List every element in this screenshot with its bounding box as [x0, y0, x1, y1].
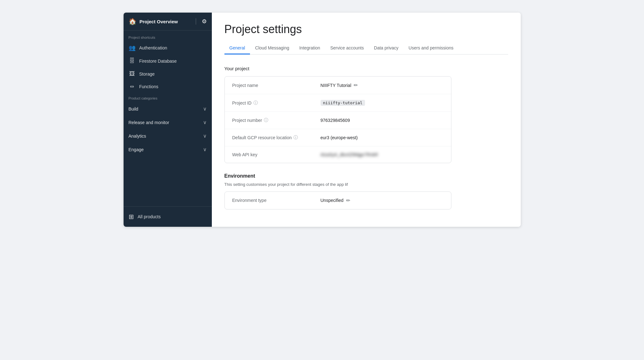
tab-cloud-messaging[interactable]: Cloud Messaging — [250, 42, 294, 54]
web-api-key-value: AIzaSyA_dkxrtZ9Mgpr7RnkR — [321, 152, 378, 157]
functions-icon: ⇔ — [129, 83, 136, 89]
gcp-location-info-icon[interactable]: ⓘ — [293, 135, 298, 140]
project-info-card: Project name NIIIFTY Tutorial ✏ Project … — [224, 76, 451, 163]
analytics-label: Analytics — [129, 134, 146, 139]
authentication-icon: 👥 — [129, 44, 136, 51]
environment-desc: This setting customises your project for… — [224, 181, 451, 188]
env-type-value: Unspecified ✏ — [321, 197, 350, 203]
env-type-edit-icon[interactable]: ✏ — [346, 197, 350, 203]
project-id-row: Project ID ⓘ niiifty-tutorial — [225, 94, 451, 112]
project-id-info-icon[interactable]: ⓘ — [253, 100, 258, 106]
sidebar-item-authentication[interactable]: 👥 Authentication — [124, 41, 212, 54]
app-container: 🏠 Project Overview ⚙ Project shortcuts 👥… — [124, 13, 521, 227]
engage-label: Engage — [129, 147, 144, 152]
release-monitor-label: Release and monitor — [129, 120, 169, 125]
environment-title: Environment — [224, 173, 451, 179]
tabs-bar: General Cloud Messaging Integration Serv… — [224, 42, 508, 54]
project-name-row: Project name NIIIFTY Tutorial ✏ — [225, 77, 451, 94]
project-id-label: Project ID ⓘ — [232, 100, 321, 106]
page-title: Project settings — [224, 23, 508, 36]
all-products-label: All products — [138, 214, 161, 219]
build-label: Build — [129, 106, 138, 111]
authentication-label: Authentication — [139, 45, 167, 50]
gcp-location-row: Default GCP resource location ⓘ eur3 (eu… — [225, 129, 451, 146]
tab-service-accounts[interactable]: Service accounts — [325, 42, 369, 54]
sidebar-item-functions[interactable]: ⇔ Functions — [124, 80, 212, 93]
project-name-label: Project name — [232, 83, 321, 88]
release-monitor-chevron-icon: ∨ — [203, 119, 207, 125]
project-number-value: 976329845609 — [321, 118, 350, 123]
analytics-chevron-icon: ∨ — [203, 133, 207, 139]
env-type-row: Environment type Unspecified ✏ — [225, 192, 451, 209]
web-api-key-label: Web API key — [232, 152, 321, 157]
sidebar-item-release-monitor[interactable]: Release and monitor ∨ — [124, 116, 212, 129]
sidebar-item-analytics[interactable]: Analytics ∨ — [124, 129, 212, 143]
functions-label: Functions — [139, 84, 159, 89]
grid-icon: ⊞ — [129, 213, 134, 220]
project-shortcuts-label: Project shortcuts — [124, 31, 212, 41]
gear-icon[interactable]: ⚙ — [202, 18, 207, 25]
tab-general[interactable]: General — [224, 42, 250, 54]
tab-data-privacy[interactable]: Data privacy — [369, 42, 403, 54]
product-categories-label: Product categories — [124, 93, 212, 102]
sidebar-item-build[interactable]: Build ∨ — [124, 102, 212, 116]
project-number-label: Project number ⓘ — [232, 117, 321, 123]
home-icon[interactable]: 🏠 — [129, 18, 136, 25]
project-title[interactable]: Project Overview — [140, 19, 190, 24]
web-api-key-row: Web API key AIzaSyA_dkxrtZ9Mgpr7RnkR — [225, 146, 451, 163]
tab-integration[interactable]: Integration — [294, 42, 325, 54]
environment-card: Environment type Unspecified ✏ — [224, 191, 451, 209]
storage-label: Storage — [139, 71, 155, 77]
project-id-value: niiifty-tutorial — [321, 100, 365, 106]
firestore-label: Firestore Database — [139, 59, 177, 64]
sidebar-item-engage[interactable]: Engage ∨ — [124, 143, 212, 156]
project-name-edit-icon[interactable]: ✏ — [354, 82, 358, 88]
project-number-info-icon[interactable]: ⓘ — [264, 117, 268, 123]
tab-users-permissions[interactable]: Users and permissions — [403, 42, 458, 54]
sidebar-bottom: ⊞ All products — [124, 206, 212, 227]
sidebar-header: 🏠 Project Overview ⚙ — [124, 13, 212, 31]
engage-chevron-icon: ∨ — [203, 146, 207, 152]
project-number-row: Project number ⓘ 976329845609 — [225, 112, 451, 129]
main-content: Project settings General Cloud Messaging… — [212, 13, 521, 227]
header-divider — [196, 18, 196, 25]
sidebar-item-storage[interactable]: 🖼 Storage — [124, 67, 212, 80]
page-body: Your project Project name NIIIFTY Tutori… — [212, 54, 521, 221]
gcp-location-label: Default GCP resource location ⓘ — [232, 135, 321, 140]
all-products-item[interactable]: ⊞ All products — [124, 210, 212, 224]
firestore-icon: 🗄 — [129, 58, 136, 64]
page-header: Project settings General Cloud Messaging… — [212, 13, 521, 54]
your-project-title: Your project — [224, 66, 508, 71]
sidebar: 🏠 Project Overview ⚙ Project shortcuts 👥… — [124, 13, 212, 227]
sidebar-item-firestore[interactable]: 🗄 Firestore Database — [124, 54, 212, 67]
project-name-value: NIIIFTY Tutorial — [321, 83, 351, 88]
gcp-location-value: eur3 (europe-west) — [321, 135, 358, 140]
storage-icon: 🖼 — [129, 71, 136, 77]
env-type-label: Environment type — [232, 198, 321, 203]
environment-section: Environment This setting customises your… — [224, 173, 451, 209]
build-chevron-icon: ∨ — [203, 106, 207, 112]
